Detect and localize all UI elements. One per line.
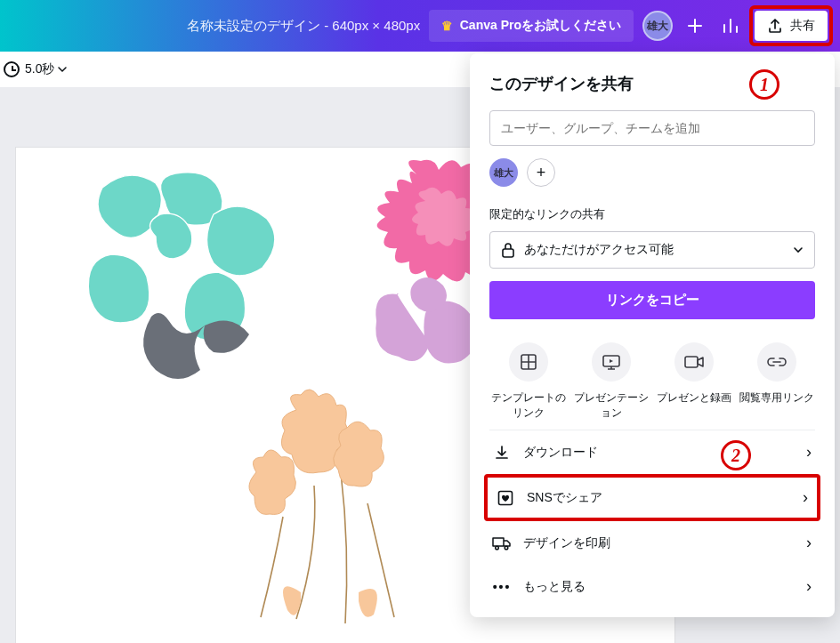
top-bar: 名称未設定のデザイン - 640px × 480px ♛ Canva Proをお… [0, 0, 840, 52]
record-icon [674, 342, 714, 382]
avatar-initials: 雄大 [647, 19, 668, 34]
add-member-button[interactable]: + [527, 158, 555, 187]
link-icon [757, 342, 796, 382]
svg-point-5 [496, 546, 499, 550]
flower-teal[interactable] [80, 170, 311, 401]
row-sns-share[interactable]: SNSでシェア › [484, 474, 820, 521]
access-dropdown[interactable]: あなただけがアクセス可能 [489, 231, 815, 269]
template-icon [509, 342, 548, 382]
bar-chart-icon [722, 17, 739, 35]
copy-link-button[interactable]: リンクをコピー [489, 281, 815, 319]
tile-template-link[interactable]: テンプレートのリンク [489, 342, 567, 421]
truck-icon [493, 536, 511, 551]
lock-icon [501, 242, 515, 258]
crown-icon: ♛ [441, 19, 453, 33]
add-button[interactable] [678, 9, 712, 43]
share-label: 共有 [790, 18, 815, 34]
tile-present-record[interactable]: プレゼンと録画 [655, 342, 732, 421]
try-pro-label: Canva Proをお試しください [460, 18, 621, 34]
duration-value[interactable]: 5.0秒 [25, 61, 54, 77]
row-download[interactable]: ダウンロード › [489, 430, 815, 474]
plus-icon: + [537, 164, 546, 182]
svg-rect-0 [503, 249, 513, 257]
chevron-down-icon [793, 245, 804, 255]
share-option-list: ダウンロード › SNSでシェア › デザインを印刷 › ••• もっと見る › [489, 430, 815, 608]
plus-icon [687, 18, 703, 34]
link-section-label: 限定的なリンクの共有 [489, 206, 815, 222]
clock-icon [4, 61, 20, 77]
svg-point-6 [505, 546, 508, 550]
chevron-right-icon: › [806, 443, 812, 462]
insights-button[interactable] [714, 9, 747, 43]
members-row: 雄大 + [489, 158, 815, 187]
more-icon: ••• [493, 580, 511, 594]
svg-rect-3 [685, 357, 698, 367]
chevron-right-icon: › [806, 577, 812, 596]
heart-square-icon [497, 490, 514, 506]
chevron-right-icon: › [803, 488, 808, 507]
annotation-2: 2 [721, 440, 751, 470]
chevron-right-icon: › [806, 534, 812, 552]
download-icon [493, 445, 511, 461]
tile-view-only-link[interactable]: 閲覧専用リンク [738, 342, 815, 421]
share-search-input[interactable] [489, 110, 815, 146]
share-tiles: テンプレートのリンク プレゼンテーション プレゼンと録画 閲覧専用リンク [489, 342, 815, 421]
share-button[interactable]: 共有 [755, 11, 828, 41]
presentation-icon [592, 342, 631, 382]
share-panel: このデザインを共有 雄大 + 限定的なリンクの共有 あなただけがアクセス可能 リ… [470, 53, 835, 617]
try-pro-button[interactable]: ♛ Canva Proをお試しください [429, 10, 634, 42]
tile-presentation[interactable]: プレゼンテーション [572, 342, 650, 421]
annotation-1: 1 [749, 69, 779, 100]
row-print[interactable]: デザインを印刷 › [489, 521, 815, 565]
share-button-highlight: 共有 [749, 5, 833, 46]
design-title[interactable]: 名称未設定のデザイン - 640px × 480px [187, 18, 420, 35]
account-avatar[interactable]: 雄大 [642, 11, 673, 41]
upload-icon [767, 18, 783, 34]
access-label: あなただけがアクセス可能 [524, 242, 674, 258]
flower-peach[interactable] [212, 388, 443, 637]
chevron-down-icon [58, 65, 67, 74]
owner-avatar[interactable]: 雄大 [489, 158, 518, 187]
row-more[interactable]: ••• もっと見る › [489, 565, 815, 608]
